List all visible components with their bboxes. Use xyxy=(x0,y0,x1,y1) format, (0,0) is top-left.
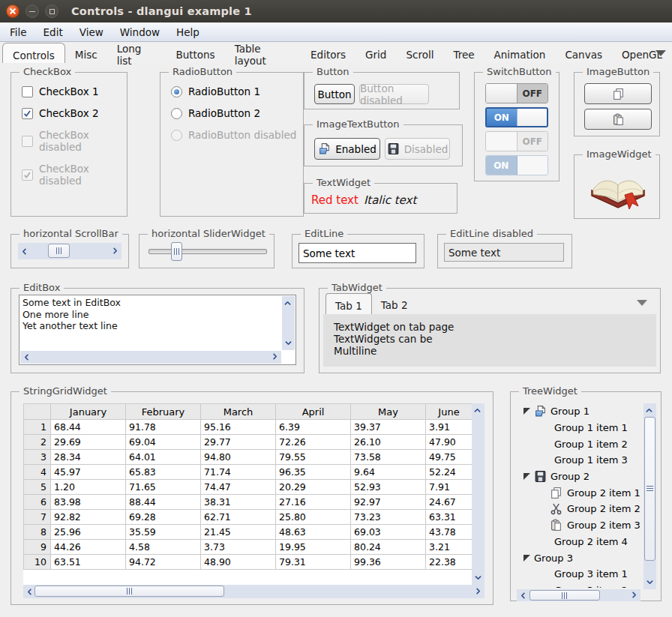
switch-off[interactable]: OFF xyxy=(485,83,548,103)
tabwidget-dropdown-icon[interactable] xyxy=(637,300,647,306)
editline-input[interactable] xyxy=(298,243,416,263)
grid-cell[interactable]: 35.59 xyxy=(126,525,201,540)
tab-controls[interactable]: Controls xyxy=(2,43,65,63)
grid-cell[interactable]: 68.44 xyxy=(51,420,126,435)
grid-cell[interactable]: 94.72 xyxy=(126,555,201,570)
tab-scroll[interactable]: Scroll xyxy=(396,43,443,63)
grid-cell[interactable]: 39.37 xyxy=(351,420,426,435)
tree-vscrollbar[interactable] xyxy=(644,403,656,589)
grid-cell[interactable]: 79.55 xyxy=(276,450,351,465)
button[interactable]: Button xyxy=(314,84,355,104)
scroll-down-icon[interactable] xyxy=(282,337,294,349)
copy-image-button[interactable] xyxy=(584,83,652,104)
grid-cell[interactable]: 25.80 xyxy=(276,510,351,525)
close-button[interactable] xyxy=(6,4,20,18)
grid-cell[interactable]: 72.26 xyxy=(276,435,351,450)
grid-cell[interactable]: 25.96 xyxy=(51,525,126,540)
tab-1[interactable]: Tab 1 xyxy=(326,293,372,314)
scroll-left-icon[interactable] xyxy=(23,586,35,598)
tab-2[interactable]: Tab 2 xyxy=(372,293,417,314)
scroll-left-icon[interactable] xyxy=(18,245,30,257)
radio-radiobutton-2[interactable]: RadioButton 2 xyxy=(171,107,303,119)
menu-item-edit[interactable]: Edit xyxy=(35,22,71,41)
grid-cell[interactable]: 69.04 xyxy=(126,435,201,450)
tree-item-group-2-item-4[interactable]: Group 2 item 4 xyxy=(517,534,643,550)
tree-hscrollbar[interactable] xyxy=(517,589,640,601)
scroll-down-icon[interactable] xyxy=(644,577,656,589)
enabled-button[interactable]: Enabled xyxy=(314,138,380,160)
checkbox-checkbox-1[interactable]: CheckBox 1 xyxy=(22,85,127,97)
grid-cell[interactable]: 79.31 xyxy=(276,555,351,570)
scroll-right-icon[interactable] xyxy=(472,586,484,598)
checkbox-checkbox-2[interactable]: CheckBox 2 xyxy=(22,107,127,119)
tree-item-group-3-item-1[interactable]: Group 3 item 1 xyxy=(517,566,643,583)
grid-cell[interactable]: 27.16 xyxy=(276,495,351,510)
grid-cell[interactable]: 62.71 xyxy=(201,510,276,525)
grid-cell[interactable]: 45.97 xyxy=(51,465,126,480)
tab-tree[interactable]: Tree xyxy=(443,43,484,63)
scroll-left-icon[interactable] xyxy=(517,589,529,601)
grid-cell[interactable]: 24.67 xyxy=(426,495,472,510)
tab-buttons[interactable]: Buttons xyxy=(166,43,224,63)
grid-cell[interactable]: 3.21 xyxy=(426,540,472,555)
grid-cell[interactable]: 21.45 xyxy=(201,525,276,540)
menu-item-view[interactable]: View xyxy=(71,22,112,41)
grid-cell[interactable]: 22.38 xyxy=(426,555,472,570)
grid-cell[interactable]: 7.91 xyxy=(426,480,472,495)
grid-cell[interactable]: 44.26 xyxy=(51,540,126,555)
tree-item-group-1-item-3[interactable]: Group 1 item 3 xyxy=(517,452,643,469)
grid-cell[interactable]: 52.93 xyxy=(351,480,426,495)
slider-track[interactable] xyxy=(148,249,267,254)
menu-item-window[interactable]: Window xyxy=(112,22,168,41)
grid-cell[interactable]: 80.24 xyxy=(351,540,426,555)
grid-cell[interactable]: 65.83 xyxy=(126,465,201,480)
grid-cell[interactable]: 52.24 xyxy=(426,465,472,480)
scroll-right-icon[interactable] xyxy=(269,351,281,363)
switch-on[interactable]: ON xyxy=(485,107,548,127)
scrollbar-thumb[interactable] xyxy=(48,244,70,258)
grid-cell[interactable]: 73.23 xyxy=(351,510,426,525)
grid-cell[interactable]: 49.75 xyxy=(426,450,472,465)
grid-cell[interactable]: 96.35 xyxy=(276,465,351,480)
grid-cell[interactable]: 69.28 xyxy=(126,510,201,525)
grid-cell[interactable]: 26.10 xyxy=(351,435,426,450)
tree-item-group-1-item-1[interactable]: Group 1 item 1 xyxy=(517,420,643,436)
scroll-left-icon[interactable] xyxy=(20,351,32,363)
tree-item-group-2[interactable]: Group 2 xyxy=(517,469,643,485)
grid-cell[interactable]: 9.64 xyxy=(351,465,426,480)
grid-cell[interactable]: 94.80 xyxy=(201,450,276,465)
grid-cell[interactable]: 63.51 xyxy=(51,555,126,570)
scroll-down-icon[interactable] xyxy=(472,572,484,584)
grid-cell[interactable]: 48.63 xyxy=(276,525,351,540)
grid-cell[interactable]: 88.44 xyxy=(126,495,201,510)
grid-hscrollbar[interactable] xyxy=(23,585,484,598)
grid-cell[interactable]: 63.31 xyxy=(426,510,472,525)
grid-cell[interactable]: 28.34 xyxy=(51,450,126,465)
tab-canvas[interactable]: Canvas xyxy=(555,43,612,63)
tab-table-layout[interactable]: Table layout xyxy=(225,43,301,63)
tab-misc[interactable]: Misc xyxy=(65,43,107,63)
tree-item-group-1-item-2[interactable]: Group 1 item 2 xyxy=(517,436,643,452)
grid-cell[interactable]: 71.74 xyxy=(201,465,276,480)
grid-cell[interactable]: 38.31 xyxy=(201,495,276,510)
grid-cell[interactable]: 74.47 xyxy=(201,480,276,495)
scroll-right-icon[interactable] xyxy=(110,245,122,257)
minimize-button[interactable] xyxy=(26,4,39,18)
grid-cell[interactable]: 3.91 xyxy=(426,420,472,435)
menu-item-file[interactable]: File xyxy=(2,22,35,41)
grid-cell[interactable]: 64.01 xyxy=(126,450,201,465)
grid-cell[interactable]: 73.58 xyxy=(351,450,426,465)
grid-cell[interactable]: 29.77 xyxy=(201,435,276,450)
grid-cell[interactable]: 91.78 xyxy=(126,420,201,435)
scrollbar-thumb[interactable] xyxy=(644,417,656,561)
paste-image-button[interactable] xyxy=(584,109,652,130)
maximize-button[interactable] xyxy=(45,4,58,18)
editbox-text[interactable]: Some text in EditBox One more line Yet a… xyxy=(22,297,279,349)
tab-long-list[interactable]: Long list xyxy=(107,43,166,63)
grid-cell[interactable]: 99.36 xyxy=(351,555,426,570)
grid-cell[interactable]: 3.73 xyxy=(201,540,276,555)
tree-item-group-2-item-2[interactable]: Group 2 item 2 xyxy=(517,501,643,517)
grid-cell[interactable]: 4.58 xyxy=(126,540,201,555)
grid-cell[interactable]: 48.90 xyxy=(201,555,276,570)
grid-cell[interactable]: 1.20 xyxy=(51,480,126,495)
